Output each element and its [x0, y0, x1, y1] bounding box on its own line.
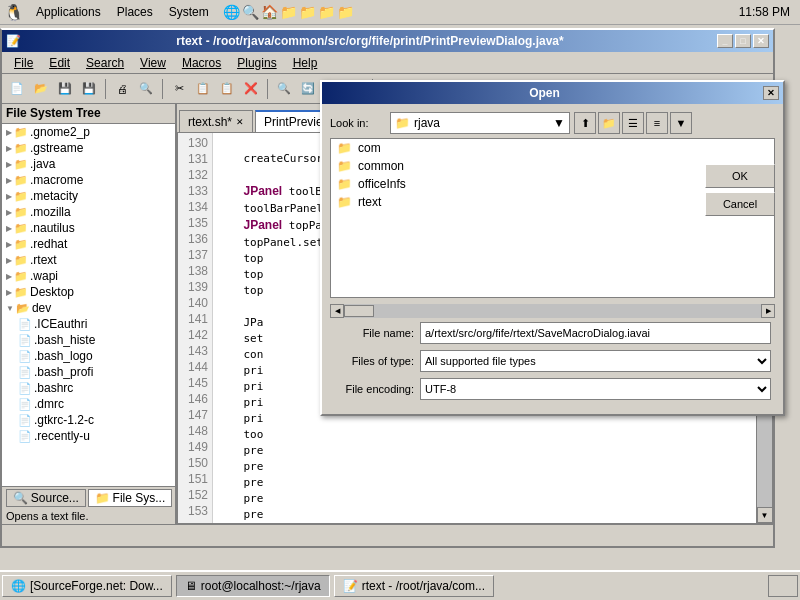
- scroll-right-button[interactable]: ▶: [761, 304, 775, 318]
- taskbar-editor[interactable]: 📝 rtext - /root/rjava/com...: [334, 575, 494, 597]
- tree-status-bar: 🔍 Source... 📁 File Sys...: [2, 486, 175, 508]
- print-preview-button[interactable]: 🔍: [135, 78, 157, 100]
- details-view-button[interactable]: ≡: [646, 112, 668, 134]
- files-of-type-select[interactable]: All supported file types: [420, 350, 771, 372]
- tab-label: rtext.sh*: [188, 115, 232, 129]
- find-button[interactable]: 🔍: [273, 78, 295, 100]
- delete-button[interactable]: ❌: [240, 78, 262, 100]
- copy-button[interactable]: 📋: [192, 78, 214, 100]
- plugins-menu[interactable]: Plugins: [229, 54, 284, 72]
- view-toggle-button[interactable]: ☰: [622, 112, 644, 134]
- tree-item-redhat[interactable]: ▶ 📁 .redhat: [2, 236, 175, 252]
- taskbar-terminal[interactable]: 🖥 root@localhost:~/rjava: [176, 575, 330, 597]
- file-icon: 📄: [18, 398, 32, 411]
- folder-icon: 📁: [14, 126, 28, 139]
- applications-menu[interactable]: Applications: [28, 3, 109, 21]
- tree-item-java[interactable]: ▶ 📁 .java: [2, 156, 175, 172]
- dialog-close-button[interactable]: ✕: [763, 86, 779, 100]
- terminal-icon: 🖥: [185, 579, 197, 593]
- dialog-titlebar: Open ✕: [322, 82, 783, 104]
- file-encoding-select[interactable]: UTF-8: [420, 378, 771, 400]
- window-title: rtext - /root/rjava/common/src/org/fife/…: [25, 34, 715, 48]
- tab-close-icon[interactable]: ✕: [236, 117, 244, 127]
- macros-menu[interactable]: Macros: [174, 54, 229, 72]
- print-button[interactable]: 🖨: [111, 78, 133, 100]
- tree-expand-icon: ▶: [6, 208, 12, 217]
- tree-item-macrome[interactable]: ▶ 📁 .macrome: [2, 172, 175, 188]
- replace-button[interactable]: 🔄: [297, 78, 319, 100]
- tree-item-gstreamer[interactable]: ▶ 📁 .gstreame: [2, 140, 175, 156]
- cut-button[interactable]: ✂: [168, 78, 190, 100]
- paste-button[interactable]: 📋: [216, 78, 238, 100]
- scroll-down-button[interactable]: ▼: [757, 507, 773, 523]
- file-icon: 📄: [18, 350, 32, 363]
- file-icon: 📄: [18, 366, 32, 379]
- open-button[interactable]: 📂: [30, 78, 52, 100]
- tree-item-mozilla[interactable]: ▶ 📁 .mozilla: [2, 204, 175, 220]
- save-button[interactable]: 💾: [54, 78, 76, 100]
- fs-tree-panel: File System Tree ▶ 📁 .gnome2_p ▶ 📁 .gstr…: [2, 104, 177, 524]
- close-button[interactable]: ✕: [753, 34, 769, 48]
- search-menu[interactable]: Search: [78, 54, 132, 72]
- save-all-button[interactable]: 💾: [78, 78, 100, 100]
- os-menubar: 🐧 Applications Places System 🌐 🔍 🏠 📁 📁 📁…: [0, 0, 800, 25]
- toolbar-separator-1: [105, 79, 106, 99]
- hscroll-thumb[interactable]: [344, 305, 374, 317]
- taskbar-extra[interactable]: [768, 575, 798, 597]
- file-list-area[interactable]: 📁 com 📁 common 📁 officeInfs 📁 rtext: [330, 138, 775, 298]
- tree-item-bash-hist[interactable]: 📄 .bash_histe: [2, 332, 175, 348]
- browser-icon: 🌐: [11, 579, 26, 593]
- look-in-combo[interactable]: 📁 rjava ▼: [390, 112, 570, 134]
- list-item-com[interactable]: 📁 com: [331, 139, 774, 157]
- tree-item-dev[interactable]: ▼ 📂 dev: [2, 300, 175, 316]
- tree-item-dmrc[interactable]: 📄 .dmrc: [2, 396, 175, 412]
- ok-button[interactable]: OK: [705, 164, 775, 188]
- maximize-button[interactable]: □: [735, 34, 751, 48]
- filesystem-tab[interactable]: 📁 File Sys...: [88, 489, 172, 507]
- extra-view-button[interactable]: ▼: [670, 112, 692, 134]
- folder-icon: 📁: [337, 159, 352, 173]
- file-icon: 📄: [18, 414, 32, 427]
- scroll-left-button[interactable]: ◀: [330, 304, 344, 318]
- tree-item-nautilus[interactable]: ▶ 📁 .nautilus: [2, 220, 175, 236]
- file-name: common: [358, 159, 404, 173]
- tree-expand-icon: ▶: [6, 256, 12, 265]
- tree-expand-icon: ▶: [6, 224, 12, 233]
- tree-item-gnome2[interactable]: ▶ 📁 .gnome2_p: [2, 124, 175, 140]
- places-menu[interactable]: Places: [109, 3, 161, 21]
- tab-rtext-sh[interactable]: rtext.sh* ✕: [179, 110, 253, 132]
- cancel-button[interactable]: Cancel: [705, 192, 775, 216]
- new-folder-button[interactable]: 📁: [598, 112, 620, 134]
- tree-item-rtext[interactable]: ▶ 📁 .rtext: [2, 252, 175, 268]
- up-folder-button[interactable]: ⬆: [574, 112, 596, 134]
- minimize-button[interactable]: _: [717, 34, 733, 48]
- view-menu[interactable]: View: [132, 54, 174, 72]
- tree-expand-icon: ▶: [6, 128, 12, 137]
- tree-item-iceauth[interactable]: 📄 .ICEauthri: [2, 316, 175, 332]
- system-menu[interactable]: System: [161, 3, 217, 21]
- tree-item-bash-prof[interactable]: 📄 .bash_profi: [2, 364, 175, 380]
- folder-icon: 📁: [337, 141, 352, 155]
- hscroll-track[interactable]: [344, 305, 761, 317]
- tree-item-desktop[interactable]: ▶ 📁 Desktop: [2, 284, 175, 300]
- taskbar-sourceforge[interactable]: 🌐 [SourceForge.net: Dow...: [2, 575, 172, 597]
- source-tab[interactable]: 🔍 Source...: [6, 489, 86, 507]
- folder-icon: 📁: [337, 195, 352, 209]
- tree-item-recently[interactable]: 📄 .recently-u: [2, 428, 175, 444]
- edit-menu[interactable]: Edit: [41, 54, 78, 72]
- file-name-input[interactable]: [420, 322, 771, 344]
- tree-item-bash-logo[interactable]: 📄 .bash_logo: [2, 348, 175, 364]
- fs-tree-content[interactable]: ▶ 📁 .gnome2_p ▶ 📁 .gstreame ▶ 📁 .java ▶ …: [2, 124, 175, 486]
- dialog-hscrollbar[interactable]: ◀ ▶: [330, 304, 775, 318]
- tree-help-text: Opens a text file.: [2, 508, 175, 524]
- tree-item-metacity[interactable]: ▶ 📁 .metacity: [2, 188, 175, 204]
- file-menu[interactable]: File: [6, 54, 41, 72]
- file-encoding-row: File encoding: UTF-8: [330, 378, 775, 400]
- tree-item-wapi[interactable]: ▶ 📁 .wapi: [2, 268, 175, 284]
- folder-icon: 📁: [14, 222, 28, 235]
- tree-item-bashrc[interactable]: 📄 .bashrc: [2, 380, 175, 396]
- tree-item-gtkrc[interactable]: 📄 .gtkrc-1.2-c: [2, 412, 175, 428]
- folder-icon: 📁: [337, 177, 352, 191]
- help-menu[interactable]: Help: [285, 54, 326, 72]
- new-button[interactable]: 📄: [6, 78, 28, 100]
